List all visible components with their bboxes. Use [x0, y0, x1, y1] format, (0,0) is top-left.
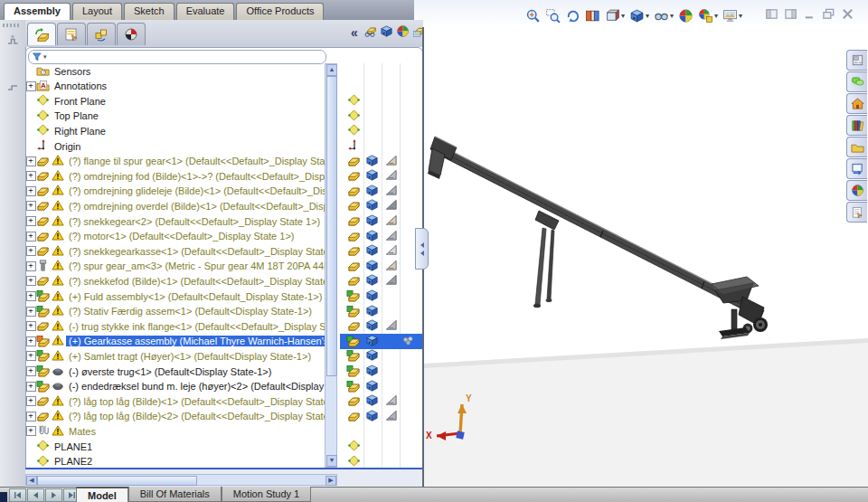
display-cube-icon[interactable] — [365, 334, 379, 347]
display-pane-row[interactable] — [340, 318, 422, 334]
appearance-swatch-icon[interactable] — [384, 318, 398, 332]
tree-item[interactable]: +(+) Gearkasse assembly (Michael Thyre W… — [25, 334, 325, 349]
display-pane-row[interactable] — [340, 334, 422, 349]
home-tab[interactable] — [846, 93, 867, 114]
design-library-tab[interactable] — [846, 115, 867, 136]
edit-appearance-button[interactable]: ▾ — [697, 7, 719, 24]
tree-item[interactable]: +(?) motor<1> (Default<<Default>_Display… — [25, 229, 325, 244]
displaymanager-tab[interactable] — [117, 23, 146, 45]
propertymanager-tab[interactable] — [57, 23, 86, 45]
appearance-extra-icon[interactable] — [401, 334, 415, 347]
tab-assembly[interactable]: Assembly — [4, 3, 71, 22]
display-pane-row[interactable] — [340, 304, 422, 319]
dropdown-arrow-icon[interactable]: ▾ — [621, 12, 625, 20]
display-pane-row[interactable] — [340, 184, 422, 199]
display-cube-icon[interactable] — [365, 393, 379, 407]
display-mode-column-button[interactable] — [380, 24, 393, 40]
minimize-button[interactable] — [803, 7, 816, 23]
expand-icon[interactable]: + — [26, 291, 36, 301]
zoom-to-fit-button[interactable] — [524, 7, 542, 24]
expand-icon[interactable]: + — [26, 201, 36, 211]
display-pane-row[interactable] — [340, 198, 422, 213]
configurationmanager-tab[interactable] — [87, 23, 116, 45]
expand-icon[interactable]: + — [26, 412, 36, 421]
scroll-down-arrow[interactable]: ▼ — [326, 455, 337, 467]
expand-icon[interactable]: + — [26, 156, 36, 166]
tree-vertical-scrollbar[interactable]: ▲ ▼ — [325, 63, 337, 468]
expand-icon[interactable]: + — [26, 186, 36, 196]
filter-dropdown-icon[interactable]: ▾ — [43, 53, 47, 61]
tree-item[interactable]: +(-) øverste trug<1> (Default<Display St… — [25, 364, 325, 379]
tree-item[interactable]: +(?) Stativ Færdig assem<1> (Default<Dis… — [25, 304, 325, 319]
display-pane-row[interactable] — [340, 439, 422, 454]
featuremanager-tree-tab[interactable] — [27, 23, 56, 45]
tree-item[interactable]: +(?) snekkegearkasse<1> (Default<<Defaul… — [25, 243, 325, 259]
tree-item[interactable]: Sensors — [25, 63, 325, 79]
dock-pane-right-button[interactable] — [784, 7, 797, 23]
expand-icon[interactable]: + — [26, 216, 36, 226]
expand-icon[interactable]: + — [26, 382, 36, 392]
doc-tab-model[interactable]: Model — [76, 487, 128, 502]
toolbar-grip[interactable] — [3, 24, 21, 27]
tree-item[interactable]: Top Plane — [25, 109, 325, 124]
dropdown-arrow-icon[interactable]: ▾ — [714, 12, 718, 20]
display-pane-row[interactable] — [340, 348, 422, 364]
tab-office-products[interactable]: Office Products — [236, 3, 324, 21]
display-pane-row[interactable] — [340, 259, 422, 274]
appearance-swatch-icon[interactable] — [384, 259, 398, 272]
display-pane-row[interactable] — [340, 379, 422, 394]
appearance-swatch-icon[interactable] — [384, 154, 398, 167]
appearance-swatch-icon[interactable] — [384, 409, 398, 422]
tree-item[interactable]: +(?) snekkegear<2> (Default<<Default>_Di… — [25, 213, 325, 229]
restore-button[interactable] — [822, 7, 835, 23]
scroll-thumb[interactable] — [326, 76, 337, 376]
display-pane-row[interactable] — [340, 79, 422, 94]
display-pane-row[interactable] — [340, 454, 422, 468]
tree-item[interactable]: +Mates — [25, 423, 325, 439]
display-cube-icon[interactable] — [365, 213, 379, 227]
display-pane-row[interactable] — [340, 289, 422, 304]
tree-item[interactable]: PLANE2 — [25, 454, 325, 468]
instant3d-button[interactable] — [5, 80, 20, 96]
rotate-view-button[interactable] — [564, 7, 581, 24]
expand-icon[interactable]: + — [26, 351, 36, 361]
tree-item[interactable]: +(?) låg top låg (Bilde)<1> (Default<<De… — [25, 393, 325, 409]
tree-item[interactable]: +(+) Fuld assembly<1> (Default<Default_D… — [25, 289, 325, 304]
tree-item[interactable]: +(-) trug stykke ink flange<1> (Default<… — [25, 318, 325, 334]
dropdown-arrow-icon[interactable]: ▾ — [670, 12, 674, 20]
expand-icon[interactable]: + — [26, 396, 36, 406]
display-cube-icon[interactable] — [365, 154, 379, 167]
tree-item[interactable]: +(?) flange til spur gear<1> (Default<<D… — [25, 154, 325, 169]
display-cube-icon[interactable] — [365, 409, 379, 422]
tree-item[interactable]: +(?) omdrejning glideleje (Bilde)<1> (De… — [25, 184, 325, 199]
display-cube-icon[interactable] — [365, 184, 379, 197]
resources-window-tab[interactable] — [846, 50, 867, 71]
display-cube-icon[interactable] — [365, 348, 379, 362]
file-explorer-tab[interactable] — [846, 137, 867, 157]
display-pane-row[interactable] — [340, 168, 422, 184]
display-pane-row[interactable] — [340, 243, 422, 259]
filter-funnel-icon[interactable] — [32, 52, 42, 62]
tree-item[interactable]: +(?) låg top låg (Bilde)<2> (Default<<De… — [25, 409, 325, 424]
display-pane-row[interactable] — [340, 123, 422, 138]
tab-layout[interactable]: Layout — [72, 3, 122, 21]
filter-input[interactable]: ▾ — [28, 50, 326, 64]
appearance-column-button[interactable] — [396, 24, 410, 40]
zoom-to-area-button[interactable] — [544, 7, 561, 24]
display-pane-row[interactable] — [340, 154, 422, 169]
display-style-button[interactable]: ▾ — [628, 7, 650, 24]
hide-show-column-button[interactable] — [363, 24, 377, 40]
graphics-viewport[interactable]: X Y — [424, 27, 868, 487]
display-cube-icon[interactable] — [365, 289, 379, 302]
tree-item[interactable]: +AAnnotations — [25, 79, 325, 94]
display-cube-icon[interactable] — [365, 273, 379, 287]
display-pane-row[interactable] — [340, 364, 422, 379]
expand-icon[interactable]: + — [26, 232, 36, 242]
appearance-swatch-icon[interactable] — [384, 213, 398, 227]
expand-icon[interactable]: + — [26, 336, 36, 346]
display-pane-row[interactable] — [340, 409, 422, 424]
custom-properties-tab[interactable] — [846, 202, 867, 223]
expand-icon[interactable]: + — [26, 426, 36, 436]
display-pane-row[interactable] — [340, 93, 422, 109]
display-cube-icon[interactable] — [365, 198, 379, 212]
